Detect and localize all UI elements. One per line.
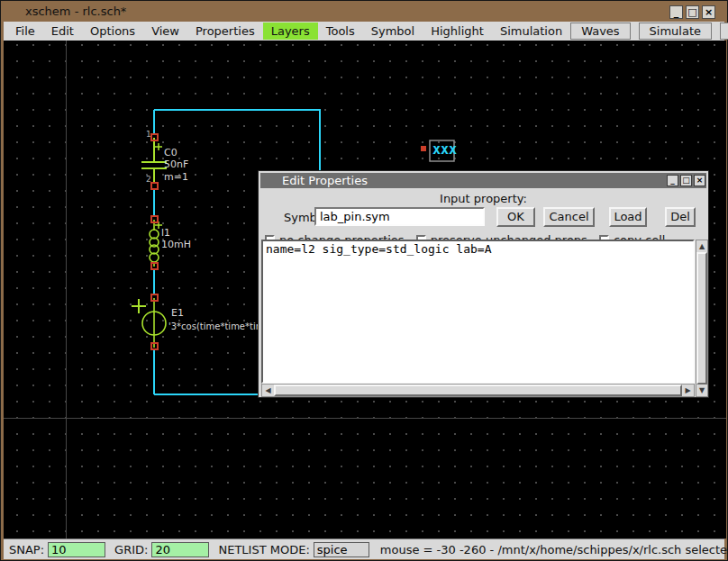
vertical-scrollbar[interactable]: ▲ ▼ — [696, 240, 708, 397]
menu-layers[interactable]: Layers — [263, 23, 318, 40]
menu-options[interactable]: Options — [82, 23, 143, 40]
netlist-mode-label: NETLIST MODE: — [218, 543, 309, 556]
netlist-button[interactable]: Netlist — [720, 23, 728, 40]
mouse-status-text: mouse = -30 -260 - /mnt/x/home/schippes/… — [380, 543, 728, 556]
menu-edit[interactable]: Edit — [43, 23, 82, 40]
close-icon[interactable]: × — [702, 5, 715, 19]
grid-label: GRID: — [114, 543, 148, 556]
scroll-left-icon[interactable]: ◀ — [262, 385, 274, 396]
xschem-window: xschem - rlc.sch* _ □ × File Edit Option… — [0, 0, 728, 561]
del-button[interactable]: Del — [665, 207, 696, 227]
selected-pin-label[interactable]: xxx — [432, 141, 457, 158]
scroll-down-icon[interactable]: ▼ — [696, 385, 707, 396]
waves-button[interactable]: Waves — [570, 23, 630, 40]
ok-button[interactable]: OK — [496, 207, 535, 227]
menu-tools[interactable]: Tools — [318, 23, 363, 40]
netlist-mode-input[interactable] — [314, 542, 369, 557]
dialog-minimize-icon[interactable]: _ — [667, 175, 678, 186]
cancel-button[interactable]: Cancel — [543, 207, 595, 227]
capacitor-mult[interactable]: m=1 — [164, 171, 188, 183]
window-titlebar[interactable]: xschem - rlc.sch* _ □ × — [2, 2, 726, 22]
maximize-icon[interactable]: □ — [686, 5, 699, 19]
capacitor-value[interactable]: 50nF — [164, 158, 188, 170]
snap-label: SNAP: — [9, 543, 44, 556]
menu-symbol[interactable]: Symbol — [363, 23, 423, 40]
window-title: xschem - rlc.sch* — [25, 5, 126, 18]
inductor-name[interactable]: l1 — [161, 227, 170, 239]
minimize-icon[interactable]: _ — [669, 5, 683, 19]
inductor-value[interactable]: 10mH — [161, 239, 191, 250]
horizontal-scroll-thumb[interactable] — [274, 385, 682, 396]
menu-properties[interactable]: Properties — [187, 23, 263, 40]
capacitor-pin1-number[interactable]: 1 — [146, 130, 151, 139]
dialog-close-icon[interactable]: × — [694, 175, 705, 186]
menu-highlight[interactable]: Highlight — [423, 23, 492, 40]
menu-simulation[interactable]: Simulation — [492, 23, 570, 40]
menubar: File Edit Options View Properties Layers… — [4, 22, 724, 41]
capacitor-pin2-number[interactable]: 2 — [146, 175, 151, 184]
statusbar: SNAP: GRID: NETLIST MODE: mouse = -30 -2… — [4, 538, 724, 559]
symbol-input[interactable] — [314, 207, 485, 226]
menu-view[interactable]: View — [143, 23, 187, 40]
source-name[interactable]: E1 — [171, 307, 184, 319]
scroll-right-icon[interactable]: ▶ — [682, 385, 694, 396]
property-textarea[interactable]: name=l2 sig_type=std_logic lab=A — [261, 240, 695, 384]
menu-file[interactable]: File — [7, 23, 43, 40]
horizontal-scrollbar[interactable]: ◀ ▶ — [261, 384, 695, 397]
capacitor-name[interactable]: C0 — [164, 147, 177, 158]
scroll-up-icon[interactable]: ▲ — [696, 240, 707, 252]
input-property-label: Input property: — [260, 192, 706, 205]
dialog-titlebar[interactable]: Edit Properties _ □ × — [260, 173, 706, 188]
load-button[interactable]: Load — [609, 207, 647, 227]
vertical-scroll-thumb[interactable] — [696, 252, 707, 385]
grid-input[interactable] — [151, 542, 209, 557]
snap-input[interactable] — [48, 542, 105, 557]
dialog-title: Edit Properties — [282, 174, 368, 187]
source-symbol[interactable] — [132, 298, 166, 348]
inductor-symbol[interactable] — [150, 220, 162, 267]
dialog-maximize-icon[interactable]: □ — [680, 175, 692, 186]
edit-properties-dialog: Edit Properties _ □ × Input property: Sy… — [258, 170, 709, 398]
simulate-button[interactable]: Simulate — [639, 23, 712, 40]
